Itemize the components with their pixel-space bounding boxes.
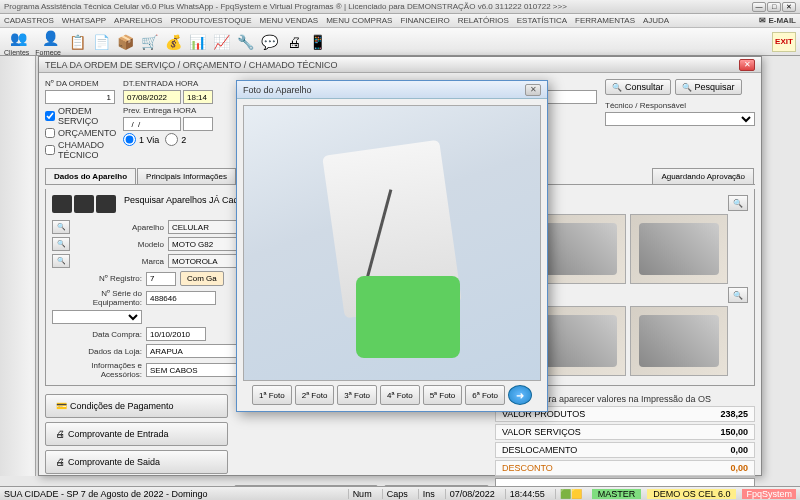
clientes-icon[interactable]: 👥 — [8, 27, 30, 49]
photo-thumb-2[interactable] — [630, 214, 728, 284]
status-num: Num — [348, 489, 376, 499]
foto-5-button[interactable]: 5ª Foto — [423, 385, 463, 405]
menu-ferramentas[interactable]: FERRAMENTAS — [575, 16, 635, 25]
foto-4-button[interactable]: 4ª Foto — [380, 385, 420, 405]
data-compra-input[interactable] — [146, 327, 206, 341]
hora-input[interactable] — [183, 90, 213, 104]
status-fpq: FpqSystem — [742, 489, 796, 499]
foto-2-button[interactable]: 2ª Foto — [295, 385, 335, 405]
thumb-zoom-2[interactable]: 🔍 — [728, 287, 748, 303]
tab-aguardando[interactable]: Aguardando Aprovação — [652, 168, 754, 184]
foto-3-button[interactable]: 3ª Foto — [337, 385, 377, 405]
foto-aparelho-modal: Foto do Aparelho ✕ 1ª Foto 2ª Foto 3ª Fo… — [236, 80, 548, 412]
status-ins: Ins — [418, 489, 439, 499]
pesq-aparelhos-label: Pesquisar Aparelhos JÁ Cadas — [124, 195, 248, 213]
search-aparelho-button[interactable]: 🔍 — [52, 220, 70, 234]
foto-6-button[interactable]: 6ª Foto — [465, 385, 505, 405]
toolbar-icon-8[interactable]: 📊 — [187, 31, 209, 53]
comprovante-saida-button[interactable]: 🖨 Comprovante de Saida — [45, 450, 228, 474]
search-modelo-button[interactable]: 🔍 — [52, 237, 70, 251]
left-navstrip — [0, 56, 36, 476]
tecnico-label: Técnico / Responsável — [605, 101, 755, 110]
menu-compras[interactable]: MENU COMPRAS — [326, 16, 392, 25]
color-select[interactable] — [52, 310, 142, 324]
menu-vendas[interactable]: MENU VENDAS — [259, 16, 318, 25]
cond-pagamento-button[interactable]: 💳 Condições de Pagamento — [45, 394, 228, 418]
serie-input[interactable] — [146, 291, 216, 305]
order-num-input[interactable] — [45, 90, 115, 104]
com-garantia-button[interactable]: Com Ga — [180, 271, 224, 286]
radio-1via[interactable] — [123, 133, 136, 146]
status-master: MASTER — [592, 489, 642, 499]
maximize-button[interactable]: □ — [767, 2, 781, 12]
status-city: SUA CIDADE - SP 7 de Agosto de 2022 - Do… — [4, 489, 207, 499]
chk-orcamento[interactable] — [45, 128, 55, 138]
toolbar-icon-4[interactable]: 📄 — [91, 31, 113, 53]
toolbar-icon-12[interactable]: 🖨 — [283, 31, 305, 53]
radio-2via[interactable] — [165, 133, 178, 146]
status-time: 18:44:55 — [505, 489, 549, 499]
next-photo-button[interactable]: ➜ — [508, 385, 532, 405]
chk-ordem-servico[interactable] — [45, 111, 55, 121]
consultar-button[interactable]: 🔍 Consultar — [605, 79, 671, 95]
menu-estatistica[interactable]: ESTATÍSTICA — [517, 16, 567, 25]
order-window-title: TELA DA ORDEM DE SERVIÇO / ORÇAMENTO / C… — [45, 60, 338, 70]
menu-cadastros[interactable]: CADASTROS — [4, 16, 54, 25]
device-icon — [96, 195, 116, 213]
valor-deslocamento: 0,00 — [730, 445, 748, 455]
registro-input[interactable] — [146, 272, 176, 286]
order-window-close[interactable]: ✕ — [739, 59, 755, 71]
toolbar-icon-6[interactable]: 🛒 — [139, 31, 161, 53]
toolbar-icon-5[interactable]: 📦 — [115, 31, 137, 53]
prev-hora-input[interactable] — [183, 117, 213, 131]
fornece-icon[interactable]: 👤 — [39, 27, 61, 49]
device-icon — [52, 195, 72, 213]
menu-produto[interactable]: PRODUTO/ESTOQUE — [170, 16, 251, 25]
chk-chamado[interactable] — [45, 145, 55, 155]
status-demo: DEMO OS CEL 6.0 — [647, 489, 736, 499]
toolbar-icon-10[interactable]: 🔧 — [235, 31, 257, 53]
menu-relatorios[interactable]: RELATÓRIOS — [458, 16, 509, 25]
statusbar: SUA CIDADE - SP 7 de Agosto de 2022 - Do… — [0, 486, 800, 500]
toolbar-icon-13[interactable]: 📱 — [307, 31, 329, 53]
device-photo — [243, 105, 541, 381]
exit-icon[interactable]: EXIT — [772, 32, 796, 52]
modal-title: Foto do Aparelho — [243, 85, 312, 95]
tab-dados-aparelho[interactable]: Dados do Aparelho — [45, 168, 136, 184]
modal-close-button[interactable]: ✕ — [525, 84, 541, 96]
minimize-button[interactable]: — — [752, 2, 766, 12]
valor-servicos: 150,00 — [720, 427, 748, 437]
foto-1-button[interactable]: 1ª Foto — [252, 385, 292, 405]
menu-financeiro[interactable]: FINANCEIRO — [400, 16, 449, 25]
close-button[interactable]: ✕ — [782, 2, 796, 12]
app-titlebar: Programa Assistência Técnica Celular v6.… — [0, 0, 800, 14]
order-num-label: Nº DA ORDEM — [45, 79, 115, 88]
menubar: CADASTROS WHATSAPP APARELHOS PRODUTO/EST… — [0, 14, 800, 28]
pesquisar-button[interactable]: 🔍 Pesquisar — [675, 79, 742, 95]
search-marca-button[interactable]: 🔍 — [52, 254, 70, 268]
comprovante-entrada-button[interactable]: 🖨 Comprovante de Entrada — [45, 422, 228, 446]
device-icon — [74, 195, 94, 213]
menu-aparelhos[interactable]: APARELHOS — [114, 16, 162, 25]
thumb-zoom-1[interactable]: 🔍 — [728, 195, 748, 211]
toolbar-icon-7[interactable]: 💰 — [163, 31, 185, 53]
photo-thumb-4[interactable] — [630, 306, 728, 376]
toolbar-icon-3[interactable]: 📋 — [67, 31, 89, 53]
toolbar-icon-11[interactable]: 💬 — [259, 31, 281, 53]
valor-produtos: 238,25 — [720, 409, 748, 419]
prev-entrega-input[interactable] — [123, 117, 181, 131]
menu-ajuda[interactable]: AJUDA — [643, 16, 669, 25]
status-flag: 🟩🟨 — [555, 489, 586, 499]
main-toolbar: 👥Clientes 👤Fornece 📋 📄 📦 🛒 💰 📊 📈 🔧 💬 🖨 📱… — [0, 28, 800, 56]
dt-entrada-input[interactable] — [123, 90, 181, 104]
menu-whatsapp[interactable]: WHATSAPP — [62, 16, 106, 25]
status-date: 07/08/2022 — [445, 489, 499, 499]
modal-titlebar: Foto do Aparelho ✕ — [237, 81, 547, 99]
status-caps: Caps — [382, 489, 412, 499]
toolbar-icon-9[interactable]: 📈 — [211, 31, 233, 53]
app-title: Programa Assistência Técnica Celular v6.… — [4, 2, 752, 11]
menu-email[interactable]: ✉ E-MAIL — [759, 16, 796, 25]
tab-principais-info[interactable]: Principais Informações — [137, 168, 236, 184]
tecnico-select[interactable] — [605, 112, 755, 126]
valor-desconto: 0,00 — [730, 463, 748, 473]
